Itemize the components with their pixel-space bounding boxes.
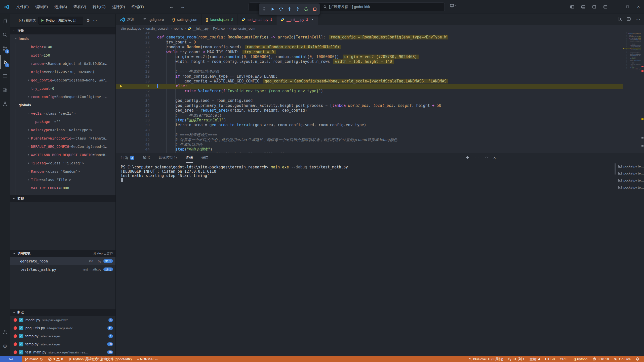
activitybar-extensions[interactable] — [0, 83, 10, 97]
status-language-mode[interactable]: {} Python — [571, 356, 590, 362]
screencast-control[interactable] — [450, 4, 458, 8]
breakpoints-section-header[interactable]: 断点 — [10, 309, 115, 316]
gutter[interactable]: 26 — [116, 59, 157, 64]
variable-row[interactable]: Tile = <class 'Tile'> — [16, 175, 115, 184]
breakpoint-checkbox[interactable]: ✓ — [19, 326, 23, 330]
gutter[interactable]: 45 — [623, 68, 628, 70]
code-line[interactable]: 35 geo_config.primary_forces.geothermal_… — [116, 103, 644, 108]
status-go-live[interactable]: Go Live — [611, 356, 633, 362]
overview-ruler[interactable] — [641, 32, 644, 153]
code-line[interactable]: 37 # ====生成TerrainCell==== — [116, 113, 644, 118]
activitybar-settings-gear[interactable]: ⚙ — [0, 339, 10, 354]
gutter[interactable]: 43 — [116, 142, 157, 147]
tab-launch.json[interactable]: {}launch.jsonU — [202, 14, 237, 25]
debug-step-over-button[interactable] — [277, 6, 284, 13]
code-line[interactable]: 33 — [116, 94, 644, 98]
panel-tab-输出[interactable]: 输出 — [143, 153, 150, 163]
code-line[interactable]: 32 raise ValueError(f"Invalid env type: … — [116, 89, 644, 94]
variable-row[interactable]: height = 140 — [16, 43, 115, 51]
status-python-version[interactable]: 3.10.10 — [590, 356, 611, 362]
more-actions-icon[interactable]: ··· — [93, 18, 97, 23]
gutter[interactable]: 36 — [116, 108, 157, 113]
gutter[interactable]: 25 — [116, 55, 157, 59]
panel-tab-终端[interactable]: 终端 — [186, 153, 193, 163]
code-line[interactable]: 31 else: — [116, 84, 644, 88]
close-icon[interactable]: × — [311, 17, 314, 22]
remote-indicator[interactable]: >< — [0, 356, 22, 362]
gutter[interactable]: 44 — [116, 147, 157, 152]
gutter[interactable]: 29 — [116, 74, 157, 79]
code-line[interactable]: 22 try_count = 0 — [116, 40, 644, 45]
debug-step-into-button[interactable] — [286, 6, 293, 13]
breakpoint-checkbox[interactable]: ✓ — [19, 342, 23, 346]
terminal-session-item[interactable]: pocketpy te… — [616, 170, 644, 177]
customize-layout-button[interactable] — [600, 0, 611, 14]
panel-action-chevron-up[interactable] — [485, 156, 488, 160]
variable-row[interactable]: WASTELAND_ROOM_REQUEST_CONFIG = RoomR… — [16, 151, 115, 159]
gutter[interactable]: 30 — [116, 79, 157, 84]
variables-section-header[interactable]: 变量 — [10, 27, 115, 34]
gutter[interactable]: 37 — [116, 113, 157, 118]
gutter[interactable]: 21 — [116, 35, 157, 40]
variable-row[interactable]: random = <Random object at 0x1bf9d01e… — [16, 59, 115, 68]
close-button[interactable]: × — [633, 0, 644, 14]
gutter[interactable]: 23 — [116, 45, 157, 50]
gutter[interactable]: 35 — [116, 103, 157, 108]
gutter[interactable]: 32 — [116, 89, 157, 94]
variable-row[interactable]: vec2i = <class 'vec2i'> — [16, 109, 115, 117]
menubar-item[interactable]: 编辑(E) — [32, 3, 51, 11]
tab-settings.json[interactable]: {}settings.json — [168, 14, 202, 25]
activitybar-remote[interactable] — [0, 69, 10, 83]
debug-restart-button[interactable] — [303, 6, 310, 13]
variable-row[interactable]: PlanetaryWindConfig = <class 'Planeta… — [16, 134, 115, 142]
menubar-item[interactable]: 选择(S) — [51, 3, 70, 11]
code-line[interactable]: 24 while try_count < MAX_TRY_COUNT:try_c… — [116, 50, 644, 55]
editor-action-run-python[interactable] — [618, 17, 622, 22]
variable-row[interactable]: width = 150 — [16, 51, 115, 59]
status-cursor-position[interactable]: 行 31, 列 1 — [506, 356, 527, 362]
variable-row[interactable]: step = <function step at 0x1bf8d716d… — [16, 192, 115, 195]
scrollbar[interactable] — [615, 163, 616, 175]
terminal-session-item[interactable]: pocketpy te… — [616, 177, 644, 184]
gutter[interactable]: 33 — [116, 94, 157, 98]
code-line[interactable]: 44 step("检查连通性") — [116, 147, 644, 152]
menubar-item[interactable]: 终端(T) — [128, 3, 147, 11]
gutter[interactable]: 31 — [116, 84, 157, 88]
gutter[interactable]: 27 — [116, 64, 157, 69]
debug-continue-button[interactable] — [269, 6, 276, 13]
call-stack-frame[interactable]: test/test_math.pytest_math.py16:1 — [10, 265, 115, 274]
code-line[interactable]: 36 geo_area = request_area(origin, width… — [116, 108, 644, 113]
activitybar-run-debug[interactable]: 1 — [0, 55, 10, 69]
code-line[interactable]: 34 geo_config.seed = room_config.seed — [116, 98, 644, 103]
code-line[interactable]: 30 geo_config = WASTELAND_GEO_CONFIGgeo_… — [116, 79, 644, 84]
tab-test_math.py[interactable]: test_math.py1 — [237, 14, 276, 25]
forward-icon[interactable]: → — [180, 4, 185, 10]
gutter[interactable]: 28 — [116, 69, 157, 74]
debug-step-out-button[interactable] — [294, 6, 301, 13]
call-stack-section-header[interactable]: 调用堆栈 因 step 已暂停 — [10, 250, 115, 257]
terminal-session-item[interactable]: pocketpy te… — [616, 184, 644, 191]
tab-__init__.py[interactable]: __init__.py2× — [276, 14, 318, 25]
debug-config-dropdown[interactable]: Python 调试程序: 启 — [38, 17, 84, 25]
menubar-item[interactable]: 文件(F) — [13, 3, 32, 11]
breakpoint-row[interactable]: ✓test_math.pysite-packages\terrain_res…1… — [10, 348, 115, 356]
code-line[interactable]: 40 — [116, 128, 644, 132]
breakpoint-checkbox[interactable]: ✓ — [19, 318, 23, 322]
editor-action-split-editor[interactable] — [627, 17, 631, 22]
code-line[interactable]: 39 terrain_area = geo_area_to_terrain(ge… — [116, 123, 644, 127]
variable-row[interactable]: __package__ = '' — [16, 117, 115, 126]
code-line[interactable]: 20 — [116, 32, 644, 35]
terminal-output[interactable]: PS C:\computer_science\godot-ldtk\site-p… — [116, 163, 616, 356]
breadcrumb-item[interactable]: __init__.py — [187, 26, 209, 30]
start-debug-icon[interactable] — [41, 19, 44, 22]
status-git-author[interactable]: blueloveTH (3 周前) — [466, 356, 506, 362]
debug-stop-button[interactable] — [311, 6, 318, 13]
activitybar-source-control[interactable]: 3 — [0, 41, 10, 55]
gutter[interactable]: 42 — [116, 138, 157, 142]
status-vim-mode[interactable]: -- NORMAL -- — [134, 356, 160, 362]
breakpoint-row[interactable]: ✓temp.pysite-packages58 — [10, 340, 115, 348]
toggle-sidebar-button[interactable] — [567, 0, 578, 14]
status-notifications[interactable] — [633, 356, 642, 362]
toggle-secondary-sidebar-button[interactable] — [589, 0, 600, 14]
code-line[interactable]: 38 step("生成TerrainCell") — [116, 118, 644, 123]
